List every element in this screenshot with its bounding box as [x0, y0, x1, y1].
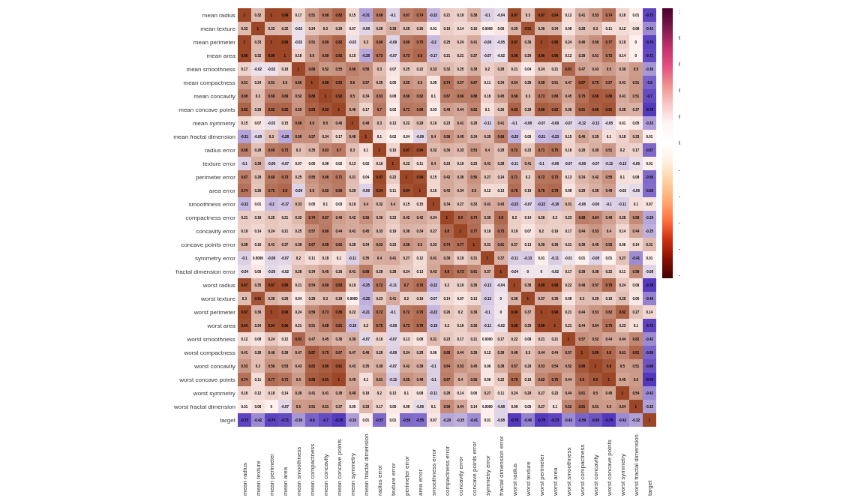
heatmap-cell: 0.01 [643, 251, 656, 265]
heatmap-cell: 0.19 [521, 184, 535, 197]
heatmap-cell: 0.75 [319, 346, 332, 359]
heatmap-cell: 1 [454, 224, 467, 238]
heatmap-cell: 0.14 [454, 22, 467, 35]
heatmap-cell: -0.08 [643, 265, 656, 278]
heatmap-cell: 0.54 [305, 278, 319, 292]
row-label: mean concavity [173, 89, 238, 103]
heatmap-cell: 0.57 [508, 359, 521, 373]
heatmap-cell: 0.56 [265, 359, 278, 373]
heatmap-cell: 0.18 [319, 251, 332, 265]
heatmap-cell: 0.51 [238, 76, 251, 89]
col-label: concavity error [454, 428, 467, 496]
heatmap-cell: 0.61 [467, 265, 481, 278]
heatmap-cell: 0.28 [373, 346, 386, 359]
heatmap-cell: 0.1 [427, 400, 440, 413]
heatmap-cell: 0.69 [319, 224, 332, 238]
heatmap-cell: 0.12 [278, 332, 292, 346]
heatmap-cell: 1 [305, 76, 319, 89]
row-label: worst smoothness [173, 332, 238, 346]
heatmap-cell: 0.92 [332, 89, 346, 103]
heatmap-cell: 0.68 [548, 89, 562, 103]
heatmap-cell: 0.51 [305, 35, 319, 49]
heatmap-cell: -0.25 [454, 413, 467, 427]
heatmap-cell: 0.34 [454, 184, 467, 197]
heatmap-cell: 0.01 [629, 8, 643, 22]
heatmap-cell: -0.2 [427, 35, 440, 49]
heatmap-cell: 0.42 [440, 170, 454, 184]
heatmap-cell: 0.4 [454, 373, 467, 386]
colorbar-label: 0.2 [679, 113, 680, 120]
colorbar-label: 0.0 [679, 140, 680, 146]
heatmap-cell: 0.97 [238, 278, 251, 292]
heatmap-cell: 0.48 [413, 373, 427, 386]
heatmap-cell: 0.5 [292, 373, 305, 386]
heatmap-cell: 0.41 [305, 386, 319, 400]
heatmap-cell: 0.05 [427, 76, 440, 89]
heatmap-cell: 0.15 [238, 116, 251, 130]
heatmap-cell: 0.3 [521, 89, 535, 103]
heatmap-cell: 0.33 [629, 130, 643, 143]
heatmap-cell: 0.38 [467, 8, 481, 22]
heatmap-cell: 0.53 [589, 224, 602, 238]
heatmap-cell: -0.1 [535, 157, 548, 170]
heatmap-cell: 0.19 [521, 373, 535, 386]
heatmap-cell: 0.01 [481, 413, 494, 427]
heatmap-cell: 0.7 [400, 278, 413, 292]
heatmap-cell: 0.21 [278, 211, 292, 224]
heatmap-cell: 0.22 [508, 332, 521, 346]
heatmap-cell: 0.43 [292, 359, 305, 373]
heatmap-cell: 0.91 [319, 373, 332, 386]
heatmap-cell: 1 [562, 332, 575, 346]
col-label: mean perimeter [265, 428, 278, 496]
heatmap-cell: 0.17 [332, 130, 346, 143]
heatmap-cell: 0.13 [386, 116, 400, 130]
heatmap-cell: 0.3 [346, 143, 359, 157]
heatmap-cell: 0.69 [319, 278, 332, 292]
heatmap-cell: 0.53 [467, 143, 481, 157]
heatmap-cell: 0.54 [589, 319, 602, 332]
colorbar-label: 0.6 [679, 61, 680, 68]
col-label: worst compactness [575, 428, 589, 496]
heatmap-cell: 0.07 [427, 413, 440, 427]
heatmap-cell: 0.52 [589, 332, 602, 346]
heatmap-cell: 0.3 [251, 359, 265, 373]
heatmap-cell: 0.16 [373, 332, 386, 346]
heatmap-cell: 0.75 [589, 76, 602, 89]
heatmap-cell: 0.8 [494, 211, 508, 224]
heatmap-cell: 1 [643, 413, 656, 427]
heatmap-cell: 0.06 [481, 373, 494, 386]
heatmap-cell: 0.21 [278, 224, 292, 238]
heatmap-cell: 0.44 [562, 373, 575, 386]
heatmap-cell: 1 [589, 359, 602, 373]
heatmap-cell: -0.18 [427, 319, 440, 332]
heatmap-cell: 0.45 [346, 373, 359, 386]
heatmap-cell: -0.66 [643, 359, 656, 373]
heatmap-cell: 0.02 [386, 130, 400, 143]
heatmap-cell: 0.6 [305, 116, 319, 130]
heatmap-cell: 0.5 [629, 373, 643, 386]
heatmap-cell: 0.02 [332, 157, 346, 170]
row-label: mean fractal dimension [173, 130, 238, 143]
heatmap-cell: 0.26 [251, 184, 265, 197]
heatmap-cell: 0.79 [413, 319, 427, 332]
heatmap-cell: 0.51 [629, 76, 643, 89]
heatmap-cell: 0.49 [332, 211, 346, 224]
heatmap-cell: 0.92 [319, 103, 332, 116]
heatmap-cell: 0.71 [400, 103, 413, 116]
heatmap-cell: 0.77 [467, 224, 481, 238]
heatmap-cell: 0.23 [440, 157, 454, 170]
heatmap-cell: 0.27 [616, 251, 629, 265]
heatmap-cell: 0.44 [602, 332, 616, 346]
heatmap-cell: 0.55 [332, 62, 346, 76]
heatmap-cell: 0.2 [521, 170, 535, 184]
heatmap-cell: 0.43 [427, 265, 440, 278]
heatmap-cell: 1 [494, 265, 508, 278]
heatmap-cell: 0.4 [602, 224, 616, 238]
heatmap-cell: 0.25 [440, 35, 454, 49]
heatmap-cell: 0.55 [467, 373, 481, 386]
heatmap-cell: -0.04 [238, 265, 251, 278]
heatmap-cell: 0.1 [319, 197, 332, 211]
heatmap-cell: 0.71 [332, 170, 346, 184]
heatmap-cell: 0 [629, 49, 643, 62]
heatmap-cell: 0.32 [427, 143, 440, 157]
